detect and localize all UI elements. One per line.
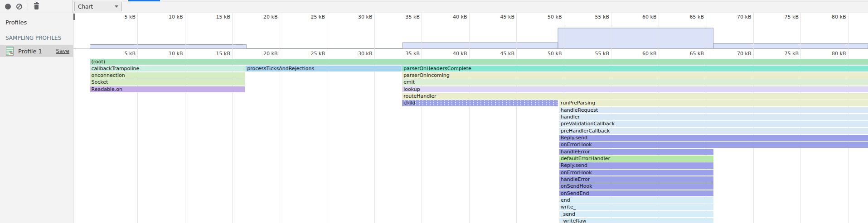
flame-tick-label: 40 kB <box>439 51 467 57</box>
flame-frame[interactable]: Readable.on <box>90 86 245 93</box>
overview-gridline <box>374 13 375 49</box>
flame-frame[interactable]: parserOnIncoming <box>402 72 868 79</box>
overview-tick-label: 80 kB <box>818 14 846 20</box>
profile-name: Profile 1 <box>18 48 56 55</box>
flame-frame[interactable]: handler <box>559 114 868 120</box>
overview-tick-label: 15 kB <box>202 14 230 20</box>
overview-tick-label: 55 kB <box>581 14 609 20</box>
flame-tick-label: 5 kB <box>107 51 136 57</box>
overview-tick-label: 50 kB <box>534 14 562 20</box>
overview-gridline <box>469 13 470 49</box>
flame-frame[interactable]: onSendHook <box>559 183 713 190</box>
overview-gridline <box>516 13 517 49</box>
clear-icon[interactable] <box>16 4 22 9</box>
heap-profile-icon: % <box>6 47 14 56</box>
flame-gridline <box>327 49 327 223</box>
flame-frame[interactable]: (root) <box>90 59 868 65</box>
overview-tick-label: 10 kB <box>155 14 183 20</box>
flame-frame[interactable]: runPreParsing <box>559 100 868 106</box>
toolbar-separator <box>28 3 28 10</box>
overview-area-path <box>90 28 868 48</box>
flame-tick-label: 60 kB <box>629 51 657 57</box>
flame-tick-label: 10 kB <box>155 51 183 57</box>
overview-pane[interactable]: 5 kB10 kB15 kB20 kB25 kB30 kB35 kB40 kB4… <box>73 13 868 49</box>
dropdown-arrow-icon <box>115 5 118 8</box>
flame-frame[interactable]: defaultErrorHandler <box>559 156 713 162</box>
overview-tick-label: 20 kB <box>250 14 278 20</box>
flame-frame[interactable]: processTicksAndRejections <box>246 66 402 72</box>
overview-tick-label: 30 kB <box>344 14 373 20</box>
flame-frame[interactable]: Socket <box>90 79 245 85</box>
overview-gridline <box>232 13 233 49</box>
flame-gridline <box>374 49 375 223</box>
flame-frame[interactable]: handleError <box>559 176 713 183</box>
flame-frame[interactable]: preHandlerCallback <box>559 128 868 134</box>
flame-frame[interactable]: emit <box>402 79 868 85</box>
flame-frame[interactable]: lookup <box>402 86 868 93</box>
overview-gridline <box>422 13 422 49</box>
trash-icon[interactable] <box>34 3 39 9</box>
record-icon[interactable] <box>5 4 11 9</box>
view-mode-select[interactable]: Chart <box>74 2 122 11</box>
toolbar: Chart <box>0 0 868 13</box>
flame-frame[interactable]: routeHandler <box>402 93 868 100</box>
overview-gridline <box>327 13 327 49</box>
overview-gridline <box>800 13 801 49</box>
overview-gridline <box>753 13 754 49</box>
flame-frame[interactable]: onErrorHook <box>559 170 713 176</box>
view-mode-value: Chart <box>78 4 115 10</box>
flame-gridline <box>280 49 280 223</box>
flame-tick-label: 30 kB <box>344 51 373 57</box>
flame-tick-label: 25 kB <box>297 51 325 57</box>
overview-gridline <box>611 13 611 49</box>
flame-frame[interactable]: onErrorHook <box>559 142 868 148</box>
flame-tick-label: 80 kB <box>818 51 846 57</box>
flame-chart[interactable]: (root)callbackTrampolineprocessTicksAndR… <box>73 49 868 223</box>
flame-tick-label: 20 kB <box>250 51 278 57</box>
flame-tick-label: 65 kB <box>676 51 704 57</box>
flame-tick-label: 75 kB <box>771 51 799 57</box>
overview-gridline <box>280 13 280 49</box>
overview-tick-label: 35 kB <box>392 14 420 20</box>
flame-frame[interactable]: _send <box>559 211 713 218</box>
flame-frame[interactable]: onSendEnd <box>559 190 713 197</box>
chart-main: 5 kB10 kB15 kB20 kB25 kB30 kB35 kB40 kB4… <box>73 13 868 223</box>
flame-frame[interactable]: handleError <box>559 149 713 155</box>
flame-tick-label: 70 kB <box>723 51 752 57</box>
flame-frame[interactable]: parserOnHeadersComplete <box>402 66 868 72</box>
overview-gridline <box>185 13 185 49</box>
overview-gridline <box>564 13 564 49</box>
flame-frame[interactable]: handleRequest <box>559 107 868 114</box>
flame-tick-label: 35 kB <box>392 51 420 57</box>
overview-tick-label: 25 kB <box>297 14 325 20</box>
flame-frame[interactable]: write_ <box>559 204 713 210</box>
overview-tick-label: 75 kB <box>771 14 799 20</box>
profiler-toolbar <box>0 0 73 13</box>
overview-gridline <box>659 13 659 49</box>
flame-tick-label: 50 kB <box>534 51 562 57</box>
flame-frame[interactable]: callbackTrampoline <box>90 66 246 72</box>
flame-frame[interactable]: Reply.send <box>559 162 713 169</box>
flame-tick-label: 15 kB <box>202 51 230 57</box>
overview-gridline <box>137 13 138 49</box>
overview-gridline <box>706 13 706 49</box>
sampling-profiles-section-label: SAMPLING PROFILES <box>0 26 73 41</box>
flame-tick-label: 45 kB <box>486 51 514 57</box>
flame-tick-label: 55 kB <box>581 51 609 57</box>
tabstrip-divider <box>73 1 868 1</box>
save-profile-link[interactable]: Save <box>56 48 69 54</box>
overview-tick-label: 5 kB <box>107 14 136 20</box>
flame-frame[interactable]: end <box>559 197 713 204</box>
flame-frame[interactable]: child <box>402 100 558 106</box>
overview-tick-label: 40 kB <box>439 14 467 20</box>
flame-frame[interactable]: Reply.send <box>559 135 868 141</box>
flame-frame[interactable]: preValidationCallback <box>559 121 868 127</box>
profile-list-item[interactable]: % Profile 1 Save <box>0 45 73 57</box>
profiles-sidebar: Profiles SAMPLING PROFILES % Profile 1 S… <box>0 13 73 223</box>
overview-tick-label: 70 kB <box>723 14 752 20</box>
overview-tick-label: 45 kB <box>486 14 514 20</box>
flame-frame[interactable]: onconnection <box>90 72 245 79</box>
flame-frame[interactable]: _writeRaw <box>559 218 713 223</box>
overview-resize-handle[interactable] <box>73 14 75 20</box>
active-tab-indicator <box>128 0 160 1</box>
